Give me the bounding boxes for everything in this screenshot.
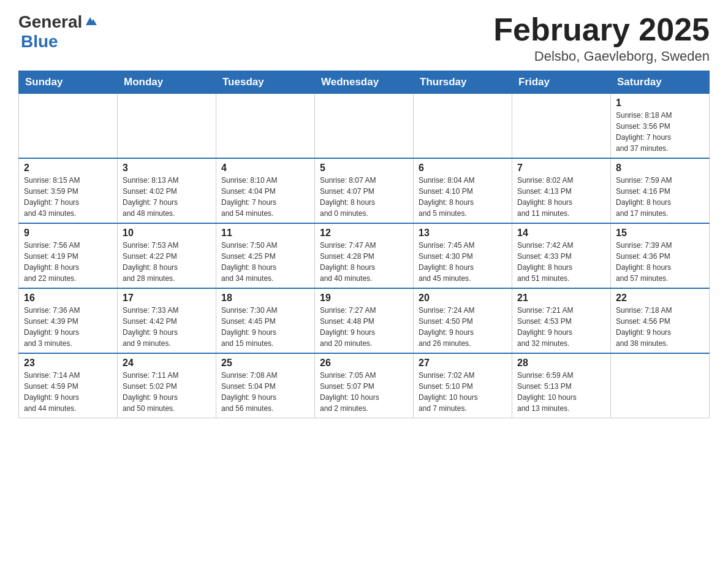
day-number: 18	[221, 293, 309, 304]
day-info: Sunrise: 8:10 AMSunset: 4:04 PMDaylight:…	[221, 175, 309, 219]
calendar-day-cell: 5Sunrise: 8:07 AMSunset: 4:07 PMDaylight…	[315, 158, 414, 223]
calendar-day-cell: 14Sunrise: 7:42 AMSunset: 4:33 PMDayligh…	[512, 223, 611, 288]
day-number: 3	[123, 163, 211, 174]
calendar-day-cell: 28Sunrise: 6:59 AMSunset: 5:13 PMDayligh…	[512, 353, 611, 418]
day-number: 12	[320, 228, 408, 239]
day-number: 27	[419, 358, 507, 369]
day-number: 5	[320, 163, 408, 174]
day-info: Sunrise: 7:18 AMSunset: 4:56 PMDaylight:…	[616, 305, 704, 349]
day-info: Sunrise: 7:30 AMSunset: 4:45 PMDaylight:…	[221, 305, 309, 349]
calendar-day-cell: 17Sunrise: 7:33 AMSunset: 4:42 PMDayligh…	[118, 288, 216, 353]
calendar-day-cell: 26Sunrise: 7:05 AMSunset: 5:07 PMDayligh…	[315, 353, 414, 418]
calendar-day-cell: 2Sunrise: 8:15 AMSunset: 3:59 PMDaylight…	[19, 158, 118, 223]
day-number: 24	[123, 358, 211, 369]
logo: General Blue	[18, 12, 97, 52]
day-number: 4	[221, 163, 309, 174]
calendar-day-cell	[611, 353, 710, 418]
calendar-day-cell: 27Sunrise: 7:02 AMSunset: 5:10 PMDayligh…	[414, 353, 512, 418]
day-info: Sunrise: 7:36 AMSunset: 4:39 PMDaylight:…	[24, 305, 112, 349]
weekday-header-sunday: Sunday	[19, 71, 118, 94]
calendar-day-cell: 6Sunrise: 8:04 AMSunset: 4:10 PMDaylight…	[414, 158, 512, 223]
day-number: 23	[24, 358, 112, 369]
calendar-day-cell: 12Sunrise: 7:47 AMSunset: 4:28 PMDayligh…	[315, 223, 414, 288]
day-number: 6	[419, 163, 507, 174]
calendar-day-cell: 11Sunrise: 7:50 AMSunset: 4:25 PMDayligh…	[216, 223, 315, 288]
calendar-day-cell: 9Sunrise: 7:56 AMSunset: 4:19 PMDaylight…	[19, 223, 118, 288]
day-info: Sunrise: 7:47 AMSunset: 4:28 PMDaylight:…	[320, 240, 408, 284]
day-number: 7	[517, 163, 605, 174]
day-info: Sunrise: 8:13 AMSunset: 4:02 PMDaylight:…	[123, 175, 211, 219]
calendar-day-cell: 24Sunrise: 7:11 AMSunset: 5:02 PMDayligh…	[118, 353, 216, 418]
day-info: Sunrise: 7:59 AMSunset: 4:16 PMDaylight:…	[616, 175, 704, 219]
calendar-week-row: 23Sunrise: 7:14 AMSunset: 4:59 PMDayligh…	[19, 353, 710, 418]
day-info: Sunrise: 8:04 AMSunset: 4:10 PMDaylight:…	[419, 175, 507, 219]
weekday-header-tuesday: Tuesday	[216, 71, 315, 94]
day-number: 19	[320, 293, 408, 304]
day-info: Sunrise: 7:21 AMSunset: 4:53 PMDaylight:…	[517, 305, 605, 349]
day-number: 1	[616, 98, 704, 109]
calendar-day-cell	[216, 94, 315, 159]
day-info: Sunrise: 8:07 AMSunset: 4:07 PMDaylight:…	[320, 175, 408, 219]
weekday-header-saturday: Saturday	[611, 71, 710, 94]
calendar-day-cell: 10Sunrise: 7:53 AMSunset: 4:22 PMDayligh…	[118, 223, 216, 288]
calendar-day-cell: 23Sunrise: 7:14 AMSunset: 4:59 PMDayligh…	[19, 353, 118, 418]
day-info: Sunrise: 8:15 AMSunset: 3:59 PMDaylight:…	[24, 175, 112, 219]
calendar-title: February 2025	[493, 12, 710, 47]
logo-general-text: General	[18, 12, 97, 32]
day-info: Sunrise: 7:56 AMSunset: 4:19 PMDaylight:…	[24, 240, 112, 284]
calendar-week-row: 2Sunrise: 8:15 AMSunset: 3:59 PMDaylight…	[19, 158, 710, 223]
day-number: 15	[616, 228, 704, 239]
calendar-subtitle: Delsbo, Gaevleborg, Sweden	[493, 48, 710, 64]
day-info: Sunrise: 7:11 AMSunset: 5:02 PMDaylight:…	[123, 370, 211, 414]
day-info: Sunrise: 7:53 AMSunset: 4:22 PMDaylight:…	[123, 240, 211, 284]
weekday-header-thursday: Thursday	[414, 71, 512, 94]
day-info: Sunrise: 8:18 AMSunset: 3:56 PMDaylight:…	[616, 110, 704, 154]
day-info: Sunrise: 7:45 AMSunset: 4:30 PMDaylight:…	[419, 240, 507, 284]
calendar-day-cell: 19Sunrise: 7:27 AMSunset: 4:48 PMDayligh…	[315, 288, 414, 353]
calendar-header-row: SundayMondayTuesdayWednesdayThursdayFrid…	[19, 71, 710, 94]
day-number: 9	[24, 228, 112, 239]
page-header: General Blue February 2025 Delsbo, Gaevl…	[18, 12, 710, 64]
day-info: Sunrise: 7:02 AMSunset: 5:10 PMDaylight:…	[419, 370, 507, 414]
calendar-day-cell	[118, 94, 216, 159]
calendar-table: SundayMondayTuesdayWednesdayThursdayFrid…	[18, 71, 710, 418]
day-number: 22	[616, 293, 704, 304]
calendar-day-cell: 21Sunrise: 7:21 AMSunset: 4:53 PMDayligh…	[512, 288, 611, 353]
day-number: 2	[24, 163, 112, 174]
calendar-week-row: 16Sunrise: 7:36 AMSunset: 4:39 PMDayligh…	[19, 288, 710, 353]
day-info: Sunrise: 6:59 AMSunset: 5:13 PMDaylight:…	[517, 370, 605, 414]
calendar-day-cell	[19, 94, 118, 159]
day-number: 16	[24, 293, 112, 304]
day-number: 21	[517, 293, 605, 304]
day-info: Sunrise: 7:33 AMSunset: 4:42 PMDaylight:…	[123, 305, 211, 349]
calendar-day-cell: 25Sunrise: 7:08 AMSunset: 5:04 PMDayligh…	[216, 353, 315, 418]
calendar-day-cell	[512, 94, 611, 159]
calendar-day-cell: 20Sunrise: 7:24 AMSunset: 4:50 PMDayligh…	[414, 288, 512, 353]
day-info: Sunrise: 7:42 AMSunset: 4:33 PMDaylight:…	[517, 240, 605, 284]
calendar-day-cell: 13Sunrise: 7:45 AMSunset: 4:30 PMDayligh…	[414, 223, 512, 288]
day-number: 28	[517, 358, 605, 369]
day-number: 14	[517, 228, 605, 239]
logo-triangle-icon	[83, 14, 97, 30]
day-number: 8	[616, 163, 704, 174]
calendar-day-cell: 18Sunrise: 7:30 AMSunset: 4:45 PMDayligh…	[216, 288, 315, 353]
day-number: 17	[123, 293, 211, 304]
calendar-day-cell	[414, 94, 512, 159]
day-info: Sunrise: 7:14 AMSunset: 4:59 PMDaylight:…	[24, 370, 112, 414]
calendar-day-cell: 7Sunrise: 8:02 AMSunset: 4:13 PMDaylight…	[512, 158, 611, 223]
title-block: February 2025 Delsbo, Gaevleborg, Sweden	[493, 12, 710, 64]
day-number: 26	[320, 358, 408, 369]
calendar-day-cell: 16Sunrise: 7:36 AMSunset: 4:39 PMDayligh…	[19, 288, 118, 353]
calendar-day-cell: 8Sunrise: 7:59 AMSunset: 4:16 PMDaylight…	[611, 158, 710, 223]
calendar-day-cell	[315, 94, 414, 159]
day-number: 20	[419, 293, 507, 304]
calendar-day-cell: 1Sunrise: 8:18 AMSunset: 3:56 PMDaylight…	[611, 94, 710, 159]
day-info: Sunrise: 7:50 AMSunset: 4:25 PMDaylight:…	[221, 240, 309, 284]
calendar-day-cell: 4Sunrise: 8:10 AMSunset: 4:04 PMDaylight…	[216, 158, 315, 223]
weekday-header-monday: Monday	[118, 71, 216, 94]
calendar-week-row: 1Sunrise: 8:18 AMSunset: 3:56 PMDaylight…	[19, 94, 710, 159]
day-number: 11	[221, 228, 309, 239]
day-info: Sunrise: 7:39 AMSunset: 4:36 PMDaylight:…	[616, 240, 704, 284]
calendar-week-row: 9Sunrise: 7:56 AMSunset: 4:19 PMDaylight…	[19, 223, 710, 288]
day-info: Sunrise: 8:02 AMSunset: 4:13 PMDaylight:…	[517, 175, 605, 219]
